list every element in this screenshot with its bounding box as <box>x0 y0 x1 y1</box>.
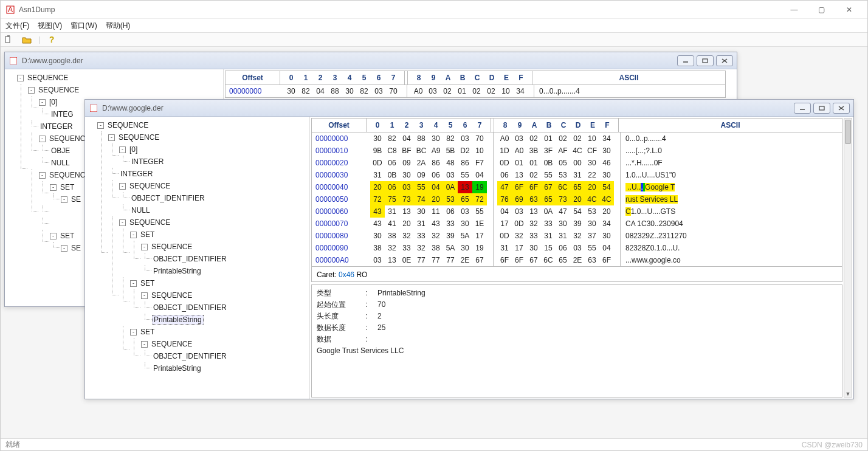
hex-byte[interactable]: 05 <box>556 157 570 169</box>
front-tree-panel[interactable]: -SEQUENCE-SEQUENCE-[0]INTEGERINTEGER-SEQ… <box>85 117 310 399</box>
hex-byte[interactable]: 34 <box>599 133 614 145</box>
hex-byte[interactable]: 30 <box>585 157 599 169</box>
tree-node[interactable]: OBJECT_IDENTIFIER <box>152 303 228 312</box>
hex-byte[interactable]: 3F <box>541 145 556 157</box>
hex-byte[interactable]: 30 <box>370 133 385 145</box>
tree-toggle[interactable]: - <box>108 134 115 141</box>
tree-node[interactable]: SET <box>59 232 75 240</box>
hex-byte[interactable]: 33 <box>541 218 556 230</box>
mdi-back-close[interactable] <box>716 55 733 66</box>
tree-node[interactable]: INTEGER <box>119 170 154 178</box>
hex-byte[interactable]: 20 <box>570 193 585 205</box>
hex-byte[interactable]: 30 <box>342 85 357 97</box>
tree-node[interactable]: NULL <box>50 159 71 167</box>
tree-node[interactable]: PrintableString <box>152 315 204 325</box>
hex-byte[interactable]: 6F <box>526 181 541 193</box>
tool-new-icon[interactable] <box>4 34 15 45</box>
hex-byte[interactable]: 88 <box>414 133 429 145</box>
hex-byte[interactable]: 09 <box>414 169 429 181</box>
hex-byte[interactable]: 04 <box>313 85 328 97</box>
hex-byte[interactable]: 30 <box>458 242 472 254</box>
tree-node[interactable]: SEQUENCE <box>150 291 193 300</box>
tree-toggle[interactable]: - <box>28 87 35 94</box>
hex-byte[interactable]: 70 <box>386 85 401 97</box>
hex-byte[interactable]: 77 <box>414 254 429 266</box>
hex-byte[interactable]: 03 <box>399 181 414 193</box>
hex-byte[interactable]: 04 <box>599 242 614 254</box>
scroll-thumb[interactable] <box>845 120 851 144</box>
hex-byte[interactable]: 88 <box>328 85 342 97</box>
hex-byte[interactable]: 30 <box>599 145 614 157</box>
hex-byte[interactable]: 43 <box>429 218 443 230</box>
hex-byte[interactable]: 03 <box>425 85 440 97</box>
hex-byte[interactable]: 04 <box>497 205 512 218</box>
front-hex-panel[interactable]: Offset 01234567 89ABCDEF ASCII 000000003… <box>311 118 842 267</box>
hex-byte[interactable]: 13 <box>458 181 472 193</box>
hex-byte[interactable]: 0D <box>512 218 526 230</box>
hex-byte[interactable]: 86 <box>429 157 443 169</box>
hex-byte[interactable]: 55 <box>414 181 429 193</box>
hex-byte[interactable]: 13 <box>399 205 414 218</box>
hex-byte[interactable]: 32 <box>570 230 585 242</box>
hex-byte[interactable]: 20 <box>370 181 385 193</box>
maximize-button[interactable]: ▢ <box>808 1 835 18</box>
hex-byte[interactable]: 74 <box>414 193 429 205</box>
tree-node[interactable]: SET <box>59 183 75 191</box>
hex-byte[interactable]: 01 <box>512 157 526 169</box>
hex-byte[interactable]: 32 <box>414 242 429 254</box>
hex-byte[interactable]: 82 <box>443 133 458 145</box>
tree-node[interactable]: PrintableString <box>152 267 202 275</box>
tool-help-icon[interactable]: ? <box>46 34 57 45</box>
hex-byte[interactable]: 34 <box>599 218 614 230</box>
hex-byte[interactable]: 65 <box>541 193 556 205</box>
hex-byte[interactable]: 67 <box>526 254 541 266</box>
hex-byte[interactable]: 03 <box>443 169 458 181</box>
hex-byte[interactable]: 20 <box>429 193 443 205</box>
tree-node[interactable]: SEQUENCE <box>150 340 193 348</box>
menu-help[interactable]: 帮助(H) <box>106 21 131 31</box>
tree-toggle[interactable]: - <box>39 99 46 106</box>
hex-byte[interactable]: 06 <box>385 157 399 169</box>
hex-byte[interactable]: 6F <box>512 181 526 193</box>
hex-byte[interactable]: 04 <box>429 181 443 193</box>
hex-byte[interactable]: 37 <box>585 230 599 242</box>
hex-byte[interactable]: 32 <box>399 230 414 242</box>
tree-toggle[interactable]: - <box>50 184 57 191</box>
tree-node[interactable]: INTEGER <box>130 157 165 166</box>
tree-node[interactable]: PrintableString <box>152 364 202 373</box>
detail-panel[interactable]: 类型:PrintableString 起始位置:70 头长度:2 数据长度:25… <box>311 284 842 398</box>
tool-open-icon[interactable] <box>21 34 32 45</box>
hex-byte[interactable]: 20 <box>599 205 614 218</box>
hex-byte[interactable]: 31 <box>385 205 399 218</box>
hex-byte[interactable]: 65 <box>458 193 472 205</box>
hex-byte[interactable]: 19 <box>472 242 487 254</box>
tree-node[interactable]: [0] <box>48 98 58 106</box>
tree-node[interactable]: INTEG <box>50 110 75 119</box>
hex-byte[interactable]: 53 <box>443 193 458 205</box>
hex-byte[interactable]: 03 <box>458 133 472 145</box>
hex-byte[interactable]: 67 <box>541 181 556 193</box>
hex-byte[interactable]: A0 <box>411 85 425 97</box>
hex-byte[interactable]: 30 <box>585 218 599 230</box>
tree-node[interactable]: OBJECT_IDENTIFIER <box>130 194 206 202</box>
hex-byte[interactable]: AF <box>556 145 570 157</box>
mdi-front-titlebar[interactable]: D:\www.google.der <box>85 100 853 117</box>
hex-byte[interactable]: 0D <box>497 230 512 242</box>
tree-node[interactable]: OBJECT_IDENTIFIER <box>152 352 228 360</box>
hex-byte[interactable]: 2E <box>458 254 472 266</box>
tree-node[interactable]: OBJE <box>50 146 71 155</box>
hex-byte[interactable]: 10 <box>585 133 599 145</box>
hex-byte[interactable]: 55 <box>541 169 556 181</box>
tree-node[interactable]: SEQUENCE <box>37 86 80 94</box>
hex-byte[interactable]: 43 <box>370 205 385 218</box>
tree-toggle[interactable]: - <box>61 196 67 203</box>
hex-byte[interactable]: 30 <box>414 205 429 218</box>
hex-byte[interactable]: 73 <box>399 193 414 205</box>
hex-byte[interactable]: 11 <box>429 205 443 218</box>
hex-byte[interactable]: 70 <box>472 133 487 145</box>
hex-byte[interactable]: 82 <box>385 133 399 145</box>
hex-byte[interactable]: 0B <box>385 169 399 181</box>
mdi-front-close[interactable] <box>833 103 850 114</box>
tree-node[interactable]: SE <box>70 195 82 204</box>
hex-byte[interactable]: A0 <box>497 133 512 145</box>
